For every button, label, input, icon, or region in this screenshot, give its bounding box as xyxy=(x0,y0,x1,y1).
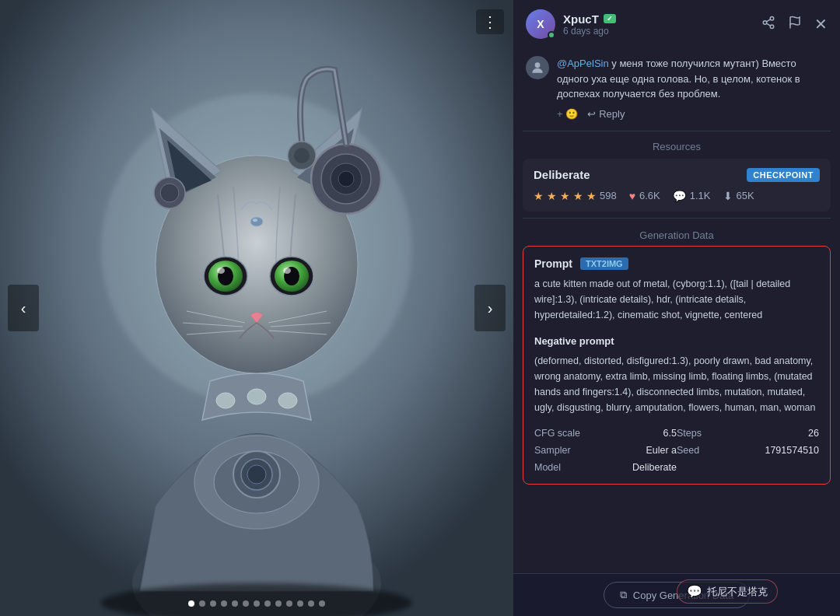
seed-label: Seed xyxy=(677,445,731,456)
svg-line-41 xyxy=(766,19,770,21)
star-3: ★ xyxy=(560,190,570,202)
online-indicator xyxy=(548,31,555,39)
nav-prev-button[interactable]: ‹ xyxy=(8,285,39,331)
verified-badge: ✓ xyxy=(604,14,616,23)
star-2: ★ xyxy=(547,190,557,202)
star-5: ★ xyxy=(586,190,597,202)
comment-count-icon: 💬 xyxy=(673,190,686,202)
svg-point-17 xyxy=(294,148,310,163)
dot-10[interactable] xyxy=(297,600,303,607)
generation-section: Generation Data Prompt TXT2IMG a cute ki… xyxy=(513,222,840,574)
comment-content: @ApPelSin у меня тоже получился мутант) … xyxy=(557,56,828,120)
svg-point-27 xyxy=(283,268,291,274)
downloads-value: 65K xyxy=(737,190,754,201)
svg-point-38 xyxy=(763,20,767,24)
generation-card: Prompt TXT2IMG a cute kitten made out of… xyxy=(523,246,831,485)
svg-point-34 xyxy=(250,217,263,226)
resource-title-row: Deliberate CHECKPOINT xyxy=(534,168,820,182)
star-1: ★ xyxy=(534,190,544,202)
svg-point-10 xyxy=(278,393,297,408)
txt2img-badge: TXT2IMG xyxy=(580,257,628,270)
svg-point-19 xyxy=(160,184,179,202)
header-actions: ✕ xyxy=(761,15,828,33)
model-value: Deliberate xyxy=(589,462,677,473)
generation-header: Generation Data xyxy=(523,222,831,246)
post-time: 6 days ago xyxy=(563,26,616,37)
model-label: Model xyxy=(534,462,589,473)
cat-image xyxy=(0,0,513,616)
nav-next-button[interactable]: › xyxy=(474,285,506,331)
comments-value: 1.1K xyxy=(690,190,711,201)
star-4: ★ xyxy=(573,190,583,202)
dot-7[interactable] xyxy=(264,600,271,607)
watermark-text: 托尼不是塔克 xyxy=(707,585,768,599)
dot-6[interactable] xyxy=(254,600,260,607)
prompt-label: Prompt xyxy=(534,257,572,270)
svg-point-43 xyxy=(535,62,541,68)
negative-prompt-label: Negative prompt xyxy=(534,335,819,347)
prompt-header: Prompt TXT2IMG xyxy=(534,257,819,270)
cat-illustration xyxy=(0,0,513,616)
resource-name[interactable]: Deliberate xyxy=(534,168,590,181)
seed-value: 1791574510 xyxy=(731,445,819,456)
dot-0[interactable] xyxy=(188,600,194,607)
user-text: XpucT ✓ 6 days ago xyxy=(563,12,616,37)
negative-prompt-text: (deformed, distorted, disfigured:1.3), p… xyxy=(534,353,819,415)
heart-icon: ♥ xyxy=(629,190,635,202)
svg-point-23 xyxy=(217,268,225,274)
username-row: XpucT ✓ xyxy=(563,12,616,26)
separator-2 xyxy=(523,218,831,219)
reply-button[interactable]: ↩ Reply xyxy=(587,108,625,120)
username: XpucT xyxy=(563,12,599,26)
dot-4[interactable] xyxy=(232,600,238,607)
cfg-label: CFG scale xyxy=(534,428,589,439)
dot-1[interactable] xyxy=(199,600,205,607)
dot-8[interactable] xyxy=(275,600,282,607)
dot-2[interactable] xyxy=(210,600,216,607)
downloads-count: ⬇ 65K xyxy=(723,190,754,202)
sampler-value: Euler a xyxy=(589,445,677,456)
svg-point-15 xyxy=(338,171,354,187)
params-grid: CFG scale 6.5 Steps 26 Sampler Euler a S… xyxy=(534,428,819,473)
more-options-button[interactable]: ⋮ xyxy=(476,9,504,34)
dot-9[interactable] xyxy=(286,600,292,607)
comment-actions: + 🙂 ↩ Reply xyxy=(557,108,828,120)
comment-row: @ApPelSin у меня тоже получился мутант) … xyxy=(526,56,828,120)
svg-point-9 xyxy=(247,389,266,404)
image-panel: ‹ › ⋮ xyxy=(0,0,513,616)
rating-count: 598 xyxy=(600,190,617,201)
right-panel: X XpucT ✓ 6 days ago xyxy=(513,0,840,616)
resources-header: Resources xyxy=(513,135,840,159)
checkpoint-badge: CHECKPOINT xyxy=(747,168,820,182)
watermark-icon: 💬 xyxy=(687,584,702,599)
flag-icon[interactable] xyxy=(788,16,802,33)
add-reaction-button[interactable]: + 🙂 xyxy=(557,108,578,120)
dot-3[interactable] xyxy=(221,600,227,607)
svg-point-39 xyxy=(770,25,774,29)
svg-line-40 xyxy=(766,23,770,26)
dot-11[interactable] xyxy=(308,600,314,607)
prompt-text: a cute kitten made out of metal, (cyborg… xyxy=(534,276,819,323)
sampler-row: Sampler Euler a xyxy=(534,445,677,456)
comment-text: @ApPelSin у меня тоже получился мутант) … xyxy=(557,56,828,102)
sampler-label: Sampler xyxy=(534,445,589,456)
close-button[interactable]: ✕ xyxy=(814,15,828,33)
svg-point-37 xyxy=(770,16,774,20)
watermark: 💬 托尼不是塔克 xyxy=(677,579,778,604)
dot-12[interactable] xyxy=(319,600,325,607)
steps-row: Steps 26 xyxy=(677,428,819,439)
mention[interactable]: @ApPelSin xyxy=(557,58,609,69)
dot-5[interactable] xyxy=(243,600,249,607)
download-icon: ⬇ xyxy=(723,190,733,202)
post-header: X XpucT ✓ 6 days ago xyxy=(513,0,840,48)
commenter-avatar xyxy=(526,56,549,79)
share-icon[interactable] xyxy=(761,16,775,33)
comment-section: @ApPelSin у меня тоже получился мутант) … xyxy=(513,48,840,128)
model-row: Model Deliberate xyxy=(534,462,677,473)
image-dots-indicator xyxy=(188,600,325,607)
star-rating: ★ ★ ★ ★ ★ 598 xyxy=(534,190,617,202)
steps-value: 26 xyxy=(731,428,819,439)
user-info: X XpucT ✓ 6 days ago xyxy=(526,9,616,39)
svg-point-8 xyxy=(216,393,235,408)
likes-value: 6.6K xyxy=(639,190,660,201)
